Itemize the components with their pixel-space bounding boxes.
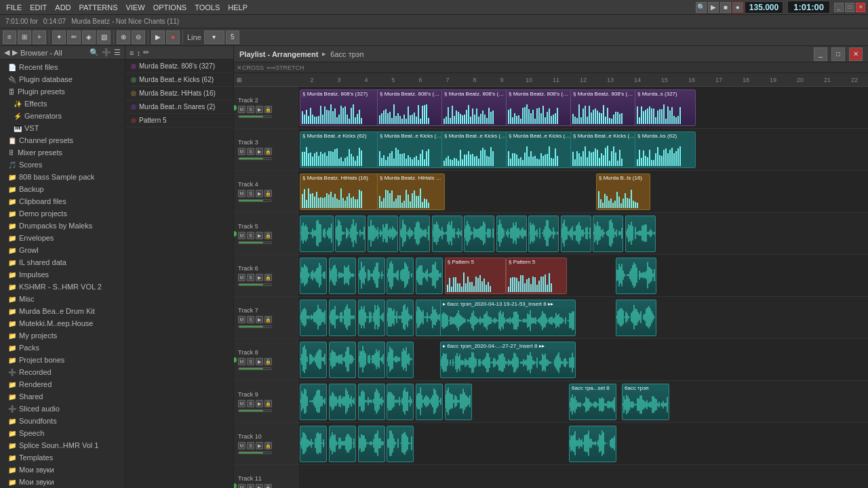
track-row-1[interactable]: § Murda Beat..e Kicks (62)§ Murda Beat..…: [298, 129, 868, 171]
clip-3-10[interactable]: [625, 216, 656, 252]
sidebar-item-scores[interactable]: 🎵Scores: [0, 159, 125, 171]
clip-2-0[interactable]: § Murda Beatz. HiHats (16): [300, 174, 381, 210]
clip-6-3[interactable]: [387, 342, 414, 378]
track-volume[interactable]: [238, 283, 272, 286]
track-btn-🔒[interactable]: 🔒: [264, 106, 272, 113]
clip-6-1[interactable]: [329, 342, 356, 378]
sidebar-item-templates[interactable]: 📁Templates: [0, 451, 125, 464]
track-btn-▶[interactable]: ▶: [256, 274, 263, 281]
pattern-item-3[interactable]: Murda Beat..n Snares (2): [125, 100, 233, 114]
sidebar-item-drumpacks-by-maleks[interactable]: 📁Drumpacks by Maleks: [0, 220, 125, 232]
clip-1-4[interactable]: § Murda Beat..e Kicks (62): [570, 131, 638, 168]
track-volume[interactable]: [238, 367, 272, 370]
search-btn[interactable]: 🔍: [696, 2, 707, 13]
sidebar-item----------[interactable]: 📁Мои звуки: [0, 476, 125, 488]
clip-5-2[interactable]: [358, 300, 385, 336]
clip-7-4[interactable]: [416, 384, 443, 420]
sidebar-item-rendered[interactable]: 📁Rendered: [0, 378, 125, 390]
clip-7-3[interactable]: [387, 384, 414, 420]
bpm-display[interactable]: 135.000: [745, 1, 783, 14]
back-btn[interactable]: ◀: [4, 48, 9, 57]
window-minimize[interactable]: _: [834, 3, 844, 12]
track-btn-▶[interactable]: ▶: [256, 442, 263, 449]
sidebar-item-envelopes[interactable]: 📁Envelopes: [0, 232, 125, 244]
clip-2-2[interactable]: § Murda B..ts (16): [596, 174, 650, 210]
menu-options[interactable]: OPTIONS: [150, 2, 191, 13]
pattern-item-4[interactable]: Pattern 5: [125, 114, 233, 127]
track-btn-S[interactable]: S: [247, 148, 254, 155]
tb-btn-erase[interactable]: ◈: [82, 30, 96, 44]
sidebar-item-il-shared-data[interactable]: 📁IL shared data: [0, 256, 125, 268]
clip-8-2[interactable]: [358, 426, 385, 462]
sidebar-item-channel-presets[interactable]: 📋Channel presets: [0, 134, 125, 146]
pattern-item-1[interactable]: Murda Beat..e Kicks (62): [125, 73, 233, 87]
track-volume[interactable]: [238, 451, 272, 454]
sidebar-item-my-projects[interactable]: 📁My projects: [0, 329, 125, 342]
sidebar-item-growl[interactable]: 📁Growl: [0, 244, 125, 256]
track-btn-M[interactable]: M: [238, 358, 245, 365]
track-row-8[interactable]: [298, 423, 868, 465]
track-row-9[interactable]: [298, 465, 868, 488]
clip-3-0[interactable]: [300, 216, 334, 252]
clip-0-4[interactable]: § Murda Beatz. 808's (327): [570, 89, 638, 126]
clip-0-3[interactable]: § Murda Beatz. 808's (327): [506, 89, 574, 126]
track-row-2[interactable]: § Murda Beatz. HiHats (16)§ Murda Beatz.…: [298, 171, 868, 213]
sidebar-item-project-bones[interactable]: 📁Project bones: [0, 354, 125, 366]
track-btn-M[interactable]: M: [238, 190, 245, 197]
tb-btn-3[interactable]: +: [33, 30, 46, 44]
sidebar-item-generators[interactable]: ⚡Generators: [0, 110, 125, 122]
clip-8-4[interactable]: [569, 426, 616, 462]
sidebar-item-backup[interactable]: 📁Backup: [0, 183, 125, 195]
clip-8-1[interactable]: [329, 426, 356, 462]
playlist-minimize[interactable]: _: [814, 47, 827, 61]
track-btn-▶[interactable]: ▶: [256, 316, 263, 323]
sidebar-item-splice-soun--hmr-vol-1[interactable]: 📁Splice Soun..HMR Vol 1: [0, 439, 125, 451]
clip-3-1[interactable]: [335, 216, 366, 252]
clip-3-7[interactable]: [528, 216, 559, 252]
clip-2-1[interactable]: § Murda Beatz. HiHats (16): [377, 174, 445, 210]
track-btn-▶[interactable]: ▶: [256, 106, 263, 113]
tb-btn-rec2[interactable]: ●: [166, 30, 180, 44]
tb-btn-move[interactable]: ✦: [52, 30, 66, 44]
track-btn-M[interactable]: M: [238, 442, 245, 449]
pp-icon3[interactable]: ✏: [143, 48, 149, 57]
menu-help[interactable]: HELP: [224, 2, 251, 13]
track-btn-M[interactable]: M: [238, 106, 245, 113]
track-btn-M[interactable]: M: [238, 316, 245, 323]
track-btn-🔒[interactable]: 🔒: [264, 232, 272, 239]
stop-btn[interactable]: ■: [720, 2, 731, 13]
clip-3-9[interactable]: [593, 216, 623, 252]
clip-5-0[interactable]: [300, 300, 327, 336]
clip-0-0[interactable]: § Murda Beatz. 808's (327): [300, 89, 381, 126]
sidebar-item-murda-bea--e-drum-kit[interactable]: 📁Murda Bea..e Drum Kit: [0, 305, 125, 317]
track-btn-🔒[interactable]: 🔒: [264, 442, 272, 449]
clip-1-1[interactable]: § Murda Beat..e Kicks (62): [377, 131, 445, 168]
track-btn-S[interactable]: S: [247, 484, 254, 488]
clip-4-6[interactable]: § Pattern 5: [506, 258, 567, 294]
window-close[interactable]: ✕: [856, 3, 865, 12]
track-btn-▶[interactable]: ▶: [256, 400, 263, 407]
sidebar-item-demo-projects[interactable]: 📁Demo projects: [0, 207, 125, 220]
clip-0-1[interactable]: § Murda Beatz. 808's (327): [377, 89, 445, 126]
track-btn-🔒[interactable]: 🔒: [264, 190, 272, 197]
clip-3-3[interactable]: [399, 216, 430, 252]
pattern-item-2[interactable]: Murda Beatz. HiHats (16): [125, 87, 233, 100]
tracks-area[interactable]: 23456789101112131415161718192021222324§ …: [298, 73, 868, 488]
sidebar-item-recorded[interactable]: ➕Recorded: [0, 366, 125, 378]
sidebar-item-packs[interactable]: 📁Packs: [0, 342, 125, 354]
track-btn-S[interactable]: S: [247, 106, 254, 113]
track-volume[interactable]: [238, 199, 272, 202]
clip-6-4[interactable]: ▸ 6асс трэп_2020-04-...-27-27_Insert 8 ▸…: [440, 342, 576, 378]
track-volume[interactable]: [238, 409, 272, 412]
clip-4-5[interactable]: § Pattern 5: [445, 258, 506, 294]
clip-4-0[interactable]: [300, 258, 327, 294]
pp-icon1[interactable]: ≡: [130, 49, 134, 57]
track-btn-🔒[interactable]: 🔒: [264, 148, 272, 155]
track-volume[interactable]: [238, 325, 272, 328]
clip-4-1[interactable]: [329, 258, 356, 294]
sidebar-item-plugin-presets[interactable]: 🎛Plugin presets: [0, 85, 125, 98]
track-btn-S[interactable]: S: [247, 274, 254, 281]
sidebar-item-effects[interactable]: ✨Effects: [0, 98, 125, 110]
track-btn-S[interactable]: S: [247, 232, 254, 239]
tb-btn-1[interactable]: ≡: [3, 30, 16, 44]
